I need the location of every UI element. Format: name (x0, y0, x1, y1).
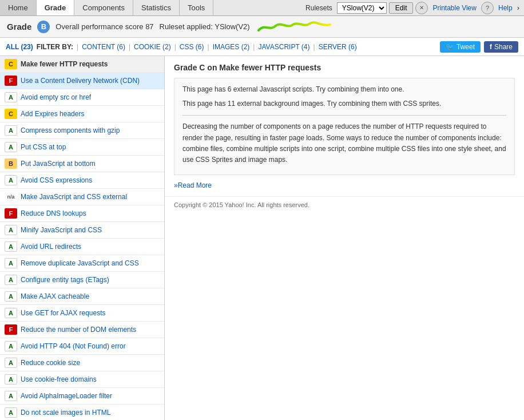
nav-tools[interactable]: Tools (180, 0, 213, 15)
list-item[interactable]: A Avoid AlphaImageLoader filter (0, 388, 164, 405)
rule-badge-19: A (5, 374, 17, 385)
rule-badge-4: A (5, 125, 17, 136)
detail-info: This page has 6 external Javascript scri… (182, 84, 506, 165)
filter-javascript[interactable]: JAVASCRIPT (4) (258, 43, 309, 51)
detail-content-box: This page has 6 external Javascript scri… (174, 78, 515, 175)
list-item[interactable]: A Reduce cookie size (0, 355, 164, 371)
score-text: Overall performance score 87 (55, 22, 153, 31)
score-chart (256, 20, 336, 34)
rule-badge-0: C (5, 59, 17, 69)
filter-sep-4: | (208, 43, 209, 51)
list-item[interactable]: A Do not scale images in HTML (0, 405, 164, 420)
rule-badge-7: A (5, 175, 17, 185)
help-link[interactable]: Help (496, 4, 515, 12)
filter-sep-5: | (253, 43, 255, 51)
rule-badge-11: A (5, 241, 17, 252)
rule-badge-14: A (5, 291, 17, 302)
share-button[interactable]: f Share (484, 41, 518, 53)
rule-text-4: Compress components with gzip (21, 126, 120, 134)
list-item[interactable]: A Configure entity tags (ETags) (0, 272, 164, 288)
detail-info-line2: This page has 11 external background ima… (182, 98, 506, 109)
rule-text-13: Configure entity tags (ETags) (21, 276, 109, 284)
filter-sep-1: | (77, 43, 78, 51)
twitter-icon: 🐦 (446, 43, 454, 51)
copyright-text: Copyright © 2015 Yahoo! Inc. All rights … (165, 196, 524, 213)
rule-text-18: Reduce cookie size (21, 359, 80, 367)
edit-button[interactable]: Edit (389, 2, 414, 14)
rule-badge-13: A (5, 275, 17, 285)
list-item[interactable]: A Avoid URL redirects (0, 239, 164, 255)
rule-header-make-fewer: C Make fewer HTTP requests (0, 56, 164, 73)
list-item[interactable]: C Add Expires headers (0, 106, 164, 122)
rule-badge-18: A (5, 358, 17, 368)
grade-bar: Grade B Overall performance score 87 Rul… (0, 16, 524, 38)
list-item[interactable]: A Make AJAX cacheable (0, 288, 164, 305)
rulesets-label: Rulesets (305, 4, 332, 12)
help-icon: ? (481, 2, 494, 14)
facebook-icon: f (490, 43, 492, 51)
filter-bar: ALL (23) FILTER BY: | CONTENT (6) | COOK… (0, 38, 524, 56)
rule-text-10: Minify JavaScript and CSS (21, 226, 102, 234)
right-panel: Grade C on Make fewer HTTP requests This… (165, 56, 524, 420)
detail-box: Grade C on Make fewer HTTP requests This… (165, 56, 524, 196)
printable-icon: ✕ (415, 2, 428, 14)
rule-text-20: Avoid AlphaImageLoader filter (21, 392, 112, 400)
nav-components[interactable]: Components (74, 0, 133, 15)
rule-badge-10: A (5, 225, 17, 235)
list-item[interactable]: A Put CSS at top (0, 139, 164, 156)
printable-view-link[interactable]: Printable View (430, 4, 479, 12)
rule-text-0: Make fewer HTTP requests (21, 60, 108, 68)
rule-text-9: Reduce DNS lookups (21, 209, 86, 217)
detail-divider (182, 115, 506, 116)
nav-home[interactable]: Home (0, 0, 37, 15)
rule-text-5: Put CSS at top (21, 143, 66, 151)
rule-text-6: Put JavaScript at bottom (21, 160, 96, 168)
grade-badge: B (37, 21, 50, 33)
rule-text-11: Avoid URL redirects (21, 243, 81, 251)
rule-text-17: Avoid HTTP 404 (Not Found) error (21, 342, 126, 350)
list-item[interactable]: F Use a Content Delivery Network (CDN) (0, 73, 164, 89)
filter-css[interactable]: CSS (6) (180, 43, 204, 51)
rule-badge-12: A (5, 258, 17, 268)
rule-badge-5: A (5, 142, 17, 152)
list-item[interactable]: A Use cookie-free domains (0, 371, 164, 388)
tweet-button[interactable]: 🐦 Tweet (440, 41, 481, 53)
share-label: Share (494, 43, 513, 51)
grade-title: Grade (7, 22, 31, 31)
rule-badge-8: n/a (5, 192, 17, 202)
filter-images[interactable]: IMAGES (2) (213, 43, 250, 51)
ruleset-select[interactable]: YSlow(V2) (337, 2, 387, 14)
filter-sep-3: | (174, 43, 176, 51)
list-item[interactable]: F Reduce the number of DOM elements (0, 322, 164, 338)
rule-badge-2: A (5, 92, 17, 102)
rule-badge-9: F (5, 208, 17, 219)
rule-text-19: Use cookie-free domains (21, 375, 97, 383)
filter-all-link[interactable]: ALL (23) (6, 43, 33, 51)
list-item[interactable]: A Use GET for AJAX requests (0, 305, 164, 322)
rule-badge-21: A (5, 407, 17, 418)
list-item[interactable]: A Avoid HTTP 404 (Not Found) error (0, 338, 164, 355)
list-item[interactable]: F Reduce DNS lookups (0, 205, 164, 222)
filter-sep-6: | (313, 43, 315, 51)
rule-badge-1: F (5, 76, 17, 86)
rule-text-14: Make AJAX cacheable (21, 292, 89, 300)
rule-text-1: Use a Content Delivery Network (CDN) (21, 77, 140, 85)
filter-server[interactable]: SERVER (6) (319, 43, 357, 51)
left-panel: C Make fewer HTTP requests F Use a Conte… (0, 56, 165, 420)
list-item[interactable]: A Avoid empty src or href (0, 89, 164, 106)
rule-badge-6: B (5, 159, 17, 169)
nav-statistics[interactable]: Statistics (133, 0, 180, 15)
nav-grade[interactable]: Grade (37, 0, 75, 15)
read-more-link[interactable]: »Read More (174, 181, 212, 189)
list-item[interactable]: B Put JavaScript at bottom (0, 156, 164, 172)
main-content: C Make fewer HTTP requests F Use a Conte… (0, 56, 524, 420)
list-item[interactable]: A Compress components with gzip (0, 122, 164, 139)
filter-content[interactable]: CONTENT (6) (82, 43, 125, 51)
list-item[interactable]: A Minify JavaScript and CSS (0, 222, 164, 239)
filter-cookie[interactable]: COOKIE (2) (134, 43, 171, 51)
chevron-right-icon: › (517, 3, 519, 12)
detail-info-line1: This page has 6 external Javascript scri… (182, 84, 506, 95)
list-item[interactable]: A Avoid CSS expressions (0, 172, 164, 189)
list-item[interactable]: A Remove duplicate JavaScript and CSS (0, 255, 164, 272)
list-item[interactable]: n/a Make JavaScript and CSS external (0, 189, 164, 205)
